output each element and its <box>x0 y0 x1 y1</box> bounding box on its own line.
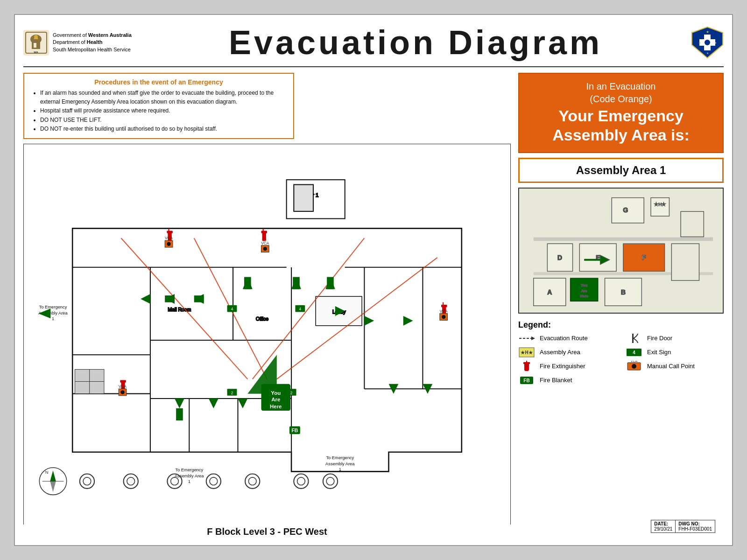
svg-text:To Emergency: To Emergency <box>39 305 67 309</box>
legend-assembly-area: ★H★ Assembly Area <box>518 347 616 358</box>
doc-footer: DATE: 29/10/21 DWG NO: FHH-F03ED001 <box>651 520 715 533</box>
svg-text:VCA: VCA <box>631 361 638 363</box>
svg-point-117 <box>326 477 334 485</box>
legend-fire-extinguisher: Fire Extinguisher <box>518 361 616 372</box>
assembly-area-icon: ★H★ <box>518 347 535 358</box>
svg-text:1: 1 <box>188 479 190 484</box>
svg-point-115 <box>297 477 305 485</box>
svg-point-12 <box>705 40 710 45</box>
svg-point-116 <box>323 474 338 489</box>
svg-text:F: F <box>642 254 646 261</box>
svg-rect-84 <box>263 228 264 231</box>
svg-text:To Emergency: To Emergency <box>175 468 203 472</box>
procedure-item-2: Hospital staff will provide assistance w… <box>40 106 287 115</box>
title-area: Evacuation Diagram <box>145 23 686 62</box>
svg-text:4: 4 <box>231 307 233 311</box>
floor-plan-svg: Stair 1 <box>23 144 511 537</box>
svg-text:Mail Room: Mail Room <box>168 307 191 312</box>
emergency-title: Your EmergencyAssembly Area is: <box>524 106 718 145</box>
svg-text:Office: Office <box>256 316 268 322</box>
svg-point-114 <box>294 474 308 489</box>
svg-text:G: G <box>623 207 628 214</box>
logo-left: WA Government of Western Australia Depar… <box>23 30 145 56</box>
svg-text:A: A <box>547 288 552 295</box>
legend-evacuation-route: Evacuation Route <box>518 333 616 344</box>
doc-date-label: DATE: 29/10/21 <box>651 520 676 532</box>
health-shield-icon: ★ ★ ★ ★ <box>691 26 724 59</box>
svg-text:4: 4 <box>299 307 302 311</box>
main-title: Evacuation Diagram <box>145 23 686 62</box>
svg-text:2: 2 <box>290 391 293 395</box>
main-content: Procedures in the event of an Emergency … <box>23 73 724 537</box>
orange-evac-box: In an Evacuation (Code Orange) Your Emer… <box>518 73 724 153</box>
svg-rect-89 <box>120 380 126 382</box>
legend-section: Legend: Evacuation Route <box>518 320 724 386</box>
svg-rect-81 <box>168 228 169 231</box>
fire-blanket-icon: FB <box>518 375 535 386</box>
svg-text:★H★: ★H★ <box>654 202 666 207</box>
assembly-area-name: Assembly Area 1 <box>576 164 666 176</box>
procedures-list: If an alarm has sounded and when staff g… <box>31 89 287 133</box>
svg-marker-72 <box>38 308 50 318</box>
svg-point-100 <box>120 390 124 394</box>
svg-text:★H★: ★H★ <box>521 350 533 355</box>
svg-text:1: 1 <box>52 316 54 321</box>
svg-rect-57 <box>176 408 183 420</box>
svg-marker-160 <box>531 336 535 340</box>
assembly-name-box: Assembly Area 1 <box>518 158 724 183</box>
procedures-title: Procedures in the event of an Emergency <box>31 78 287 86</box>
svg-text:You: You <box>581 283 587 287</box>
svg-text:Assembly Area: Assembly Area <box>325 462 355 466</box>
svg-text:B: B <box>621 288 626 295</box>
right-panel: In an Evacuation (Code Orange) Your Emer… <box>518 73 724 537</box>
svg-point-104 <box>80 474 94 489</box>
svg-text:★: ★ <box>714 42 717 44</box>
svg-text:D: D <box>557 254 562 261</box>
fire-extinguisher-icon <box>518 361 535 372</box>
svg-point-94 <box>263 247 267 251</box>
svg-marker-20 <box>72 228 462 471</box>
svg-rect-161 <box>632 334 634 343</box>
svg-text:You: You <box>271 390 281 396</box>
svg-rect-168 <box>526 361 527 363</box>
gov-text: Government of Western Australia Departme… <box>53 32 132 53</box>
manual-call-point-icon: VCA <box>626 361 642 372</box>
svg-text:4: 4 <box>633 350 635 355</box>
floor-label: F Block Level 3 - PEC West <box>23 525 511 539</box>
svg-point-106 <box>124 474 138 489</box>
mini-map-svg: G ★H★ D E F <box>519 189 723 313</box>
manual-call-point-label: Manual Call Point <box>647 363 695 370</box>
legend-items: Evacuation Route Fire Door <box>518 333 724 386</box>
svg-point-107 <box>127 477 135 485</box>
svg-text:FB: FB <box>291 428 298 433</box>
code-sublabel: (Code Orange) <box>524 94 718 105</box>
svg-text:VCA: VCA <box>440 309 448 314</box>
svg-point-113 <box>248 477 256 485</box>
legend-title: Legend: <box>518 320 724 330</box>
svg-text:Here: Here <box>270 404 282 409</box>
svg-text:N: N <box>45 469 49 474</box>
svg-point-109 <box>171 477 179 485</box>
floor-plan-container: Stair 1 <box>23 144 511 537</box>
gov-crest-icon: WA <box>23 30 49 56</box>
svg-text:★: ★ <box>706 52 709 55</box>
svg-rect-83 <box>261 231 267 233</box>
svg-text:Here: Here <box>580 294 588 298</box>
legend-manual-call-point: VCA Manual Call Point <box>626 361 724 372</box>
legend-exit-sign: 4 Exit Sign <box>626 347 724 358</box>
svg-text:To Emergency: To Emergency <box>326 455 354 460</box>
svg-text:VCA: VCA <box>119 384 127 389</box>
svg-rect-86 <box>441 305 447 307</box>
svg-text:Are: Are <box>271 397 280 402</box>
svg-text:Are: Are <box>581 288 588 293</box>
page: WA Government of Western Australia Depar… <box>14 14 733 546</box>
exit-sign-icon: 4 <box>626 347 642 358</box>
svg-rect-156 <box>681 211 704 237</box>
mini-map: G ★H★ D E F <box>518 188 724 314</box>
svg-text:2: 2 <box>231 391 233 395</box>
svg-text:1: 1 <box>339 467 341 472</box>
svg-text:VCA: VCA <box>261 241 269 245</box>
svg-rect-19 <box>294 185 313 211</box>
exit-sign-label: Exit Sign <box>647 349 671 356</box>
procedure-item-3: DO NOT USE THE LIFT. <box>40 116 287 125</box>
